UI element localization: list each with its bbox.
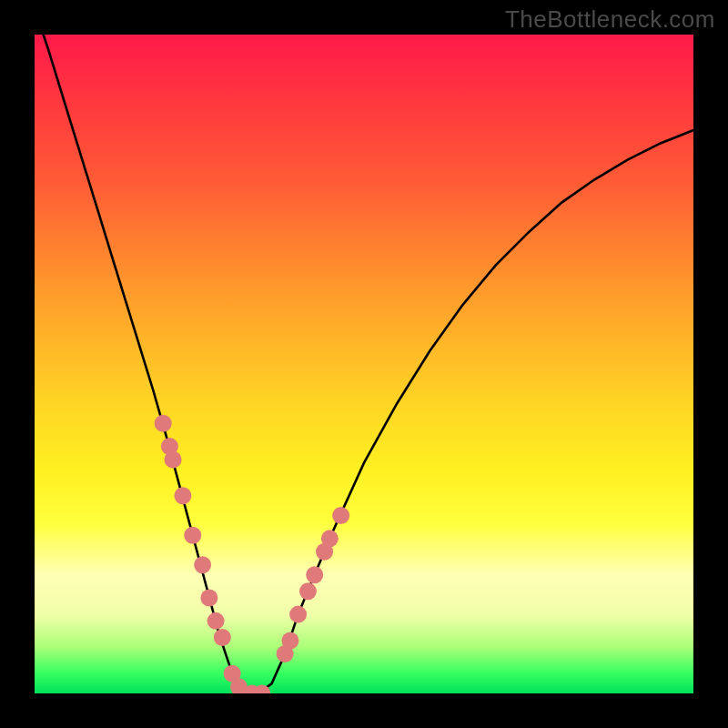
curve-dot	[243, 685, 260, 694]
curve-dot	[253, 685, 270, 694]
plot-area	[35, 35, 693, 693]
curve-dot	[230, 678, 248, 693]
curve-dot	[306, 566, 323, 583]
bottleneck-curve	[35, 35, 693, 693]
curve-dot	[200, 590, 217, 607]
chart-svg	[35, 35, 693, 693]
curve-dot	[161, 438, 178, 455]
curve-dot	[316, 543, 333, 561]
curve-dot	[214, 629, 231, 646]
curve-dot	[277, 645, 294, 662]
watermark-text: TheBottleneck.com	[505, 5, 715, 34]
curve-dots	[155, 415, 349, 693]
chart-frame: TheBottleneck.com	[0, 0, 728, 728]
curve-dot	[174, 487, 191, 504]
curve-dot	[332, 507, 349, 524]
curve-dot	[299, 582, 317, 600]
curve-dot	[321, 530, 339, 547]
curve-dot	[281, 632, 298, 650]
curve-dot	[289, 606, 307, 623]
curve-dot	[155, 415, 172, 432]
curve-dot	[165, 450, 182, 468]
curve-dot	[207, 612, 225, 630]
curve-dot	[224, 665, 241, 682]
curve-dot	[194, 556, 211, 573]
curve-dot	[184, 527, 201, 544]
